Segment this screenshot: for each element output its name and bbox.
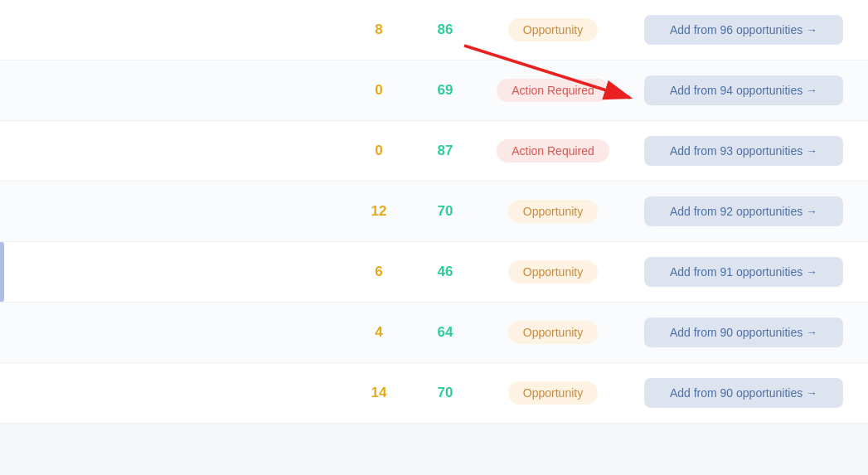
add-opportunities-button[interactable]: Add from 91 opportunities → [644,257,843,287]
table-row: 646OpportunityAdd from 91 opportunities … [0,242,868,303]
button-cell: Add from 90 opportunities → [628,378,843,408]
button-cell: Add from 91 opportunities → [628,257,843,287]
badge-cell: Opportunity [478,381,628,405]
button-cell: Add from 92 opportunities → [628,196,843,226]
button-cell: Add from 96 opportunities → [628,15,843,45]
green-number: 46 [412,264,478,280]
add-opportunities-button[interactable]: Add from 93 opportunities → [644,136,843,166]
status-badge: Action Required [497,79,609,102]
status-badge: Opportunity [508,18,598,41]
table-row: 1270OpportunityAdd from 92 opportunities… [0,182,868,242]
add-opportunities-button[interactable]: Add from 94 opportunities → [644,75,843,105]
badge-cell: Opportunity [478,18,628,41]
table-row: 087Action RequiredAdd from 93 opportunit… [0,121,868,182]
table-row: 1470OpportunityAdd from 90 opportunities… [0,363,868,424]
yellow-number: 0 [346,143,412,159]
table-row: 886OpportunityAdd from 96 opportunities … [0,0,868,61]
button-cell: Add from 94 opportunities → [628,75,843,105]
badge-cell: Opportunity [478,321,628,344]
green-number: 69 [412,82,478,99]
add-opportunities-button[interactable]: Add from 92 opportunities → [644,196,843,226]
green-number: 64 [412,324,478,341]
yellow-number: 8 [346,22,412,38]
main-table: 886OpportunityAdd from 96 opportunities … [0,0,868,424]
badge-cell: Opportunity [478,200,628,223]
table-row: 069Action RequiredAdd from 94 opportunit… [0,61,868,121]
add-opportunities-button[interactable]: Add from 90 opportunities → [644,317,843,347]
status-badge: Opportunity [508,200,598,223]
badge-cell: Opportunity [478,260,628,284]
add-opportunities-button[interactable]: Add from 96 opportunities → [644,15,843,45]
button-cell: Add from 93 opportunities → [628,136,843,166]
green-number: 87 [412,143,478,159]
green-number: 86 [412,22,478,38]
yellow-number: 4 [346,324,412,341]
status-badge: Opportunity [508,260,598,284]
yellow-number: 0 [346,82,412,99]
button-cell: Add from 90 opportunities → [628,317,843,347]
add-opportunities-button[interactable]: Add from 90 opportunities → [644,378,843,408]
status-badge: Action Required [497,139,609,162]
green-number: 70 [412,203,478,220]
status-badge: Opportunity [508,321,598,344]
yellow-number: 6 [346,264,412,280]
badge-cell: Action Required [478,79,628,102]
yellow-number: 12 [346,203,412,220]
status-badge: Opportunity [508,381,598,405]
yellow-number: 14 [346,385,412,401]
green-number: 70 [412,385,478,401]
badge-cell: Action Required [478,139,628,162]
table-row: 464OpportunityAdd from 90 opportunities … [0,303,868,363]
